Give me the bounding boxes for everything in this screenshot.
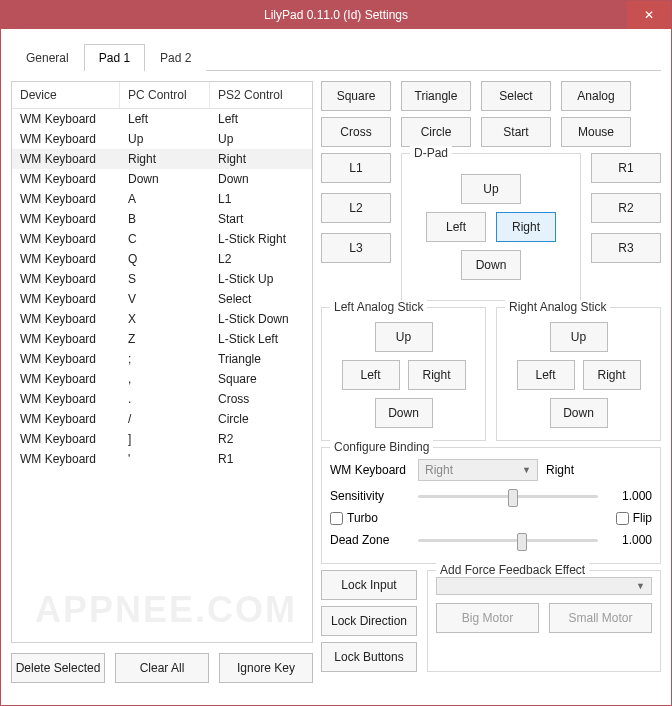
start-button[interactable]: Start: [481, 117, 551, 147]
table-row[interactable]: WM KeyboardAL1: [12, 189, 312, 209]
l1-button[interactable]: L1: [321, 153, 391, 183]
lstick-right-button[interactable]: Right: [408, 360, 466, 390]
table-cell: ]: [120, 432, 210, 446]
rstick-up-button[interactable]: Up: [550, 322, 608, 352]
rstick-left-button[interactable]: Left: [517, 360, 575, 390]
cfg-control-select[interactable]: Right ▼: [418, 459, 538, 481]
big-motor-button[interactable]: Big Motor: [436, 603, 539, 633]
configure-binding-legend: Configure Binding: [330, 440, 433, 454]
table-row[interactable]: WM KeyboardVSelect: [12, 289, 312, 309]
dpad-left-button[interactable]: Left: [426, 212, 486, 242]
lstick-up-button[interactable]: Up: [375, 322, 433, 352]
table-cell: Left: [120, 112, 210, 126]
mouse-button[interactable]: Mouse: [561, 117, 631, 147]
table-cell: WM Keyboard: [12, 152, 120, 166]
table-cell: WM Keyboard: [12, 232, 120, 246]
table-row[interactable]: WM KeyboardUpUp: [12, 129, 312, 149]
select-button[interactable]: Select: [481, 81, 551, 111]
rstick-down-button[interactable]: Down: [550, 398, 608, 428]
table-row[interactable]: WM KeyboardLeftLeft: [12, 109, 312, 129]
table-row[interactable]: WM KeyboardDownDown: [12, 169, 312, 189]
table-cell: Square: [210, 372, 312, 386]
delete-selected-button[interactable]: Delete Selected: [11, 653, 105, 683]
table-row[interactable]: WM Keyboard.Cross: [12, 389, 312, 409]
lock-input-button[interactable]: Lock Input: [321, 570, 417, 600]
rstick-right-button[interactable]: Right: [583, 360, 641, 390]
table-cell: WM Keyboard: [12, 412, 120, 426]
bindings-table[interactable]: Device PC Control PS2 Control WM Keyboar…: [11, 81, 313, 643]
triangle-button[interactable]: Triangle: [401, 81, 471, 111]
flip-checkbox[interactable]: Flip: [616, 511, 652, 525]
circle-button[interactable]: Circle: [401, 117, 471, 147]
table-cell: .: [120, 392, 210, 406]
table-row[interactable]: WM Keyboard/Circle: [12, 409, 312, 429]
ffb-group: Add Force Feedback Effect ▼ Big Motor Sm…: [427, 570, 661, 672]
table-row[interactable]: WM KeyboardXL-Stick Down: [12, 309, 312, 329]
lock-direction-button[interactable]: Lock Direction: [321, 606, 417, 636]
tab-pad1[interactable]: Pad 1: [84, 44, 145, 71]
window-title: LilyPad 0.11.0 (Id) Settings: [264, 8, 408, 22]
table-cell: Up: [120, 132, 210, 146]
table-cell: Down: [210, 172, 312, 186]
col-device[interactable]: Device: [12, 82, 120, 108]
r1-button[interactable]: R1: [591, 153, 661, 183]
clear-all-button[interactable]: Clear All: [115, 653, 209, 683]
col-pc-control[interactable]: PC Control: [120, 82, 210, 108]
table-cell: V: [120, 292, 210, 306]
lock-buttons-button[interactable]: Lock Buttons: [321, 642, 417, 672]
turbo-checkbox[interactable]: Turbo: [330, 511, 378, 525]
r2-button[interactable]: R2: [591, 193, 661, 223]
table-cell: WM Keyboard: [12, 372, 120, 386]
table-row[interactable]: WM KeyboardQL2: [12, 249, 312, 269]
deadzone-slider[interactable]: [418, 530, 598, 550]
l3-button[interactable]: L3: [321, 233, 391, 263]
lstick-left-button[interactable]: Left: [342, 360, 400, 390]
left-stick-group: Left Analog Stick Up Left Right Down: [321, 307, 486, 441]
table-cell: WM Keyboard: [12, 272, 120, 286]
table-cell: WM Keyboard: [12, 292, 120, 306]
table-row[interactable]: WM Keyboard'R1: [12, 449, 312, 469]
analog-button[interactable]: Analog: [561, 81, 631, 111]
table-row[interactable]: WM Keyboard,Square: [12, 369, 312, 389]
table-row[interactable]: WM KeyboardRightRight: [12, 149, 312, 169]
small-motor-button[interactable]: Small Motor: [549, 603, 652, 633]
dpad-right-button[interactable]: Right: [496, 212, 556, 242]
table-cell: S: [120, 272, 210, 286]
close-button[interactable]: ✕: [627, 1, 671, 29]
ffb-select[interactable]: ▼: [436, 577, 652, 595]
table-cell: R1: [210, 452, 312, 466]
table-row[interactable]: WM KeyboardCL-Stick Right: [12, 229, 312, 249]
table-row[interactable]: WM Keyboard;Triangle: [12, 349, 312, 369]
dpad-group: D-Pad Up Left Right Down: [401, 153, 581, 301]
table-row[interactable]: WM KeyboardZL-Stick Left: [12, 329, 312, 349]
cfg-control-value: Right: [425, 463, 453, 477]
ignore-key-button[interactable]: Ignore Key: [219, 653, 313, 683]
table-row[interactable]: WM KeyboardSL-Stick Up: [12, 269, 312, 289]
turbo-input[interactable]: [330, 512, 343, 525]
cfg-device-label: WM Keyboard: [330, 463, 410, 477]
cross-button[interactable]: Cross: [321, 117, 391, 147]
tab-general[interactable]: General: [11, 44, 84, 71]
table-cell: Right: [210, 152, 312, 166]
dpad-up-button[interactable]: Up: [461, 174, 521, 204]
table-row[interactable]: WM KeyboardBStart: [12, 209, 312, 229]
right-stick-group: Right Analog Stick Up Left Right Down: [496, 307, 661, 441]
table-cell: WM Keyboard: [12, 452, 120, 466]
table-cell: ,: [120, 372, 210, 386]
sensitivity-slider[interactable]: [418, 486, 598, 506]
flip-input[interactable]: [616, 512, 629, 525]
sensitivity-value: 1.000: [606, 489, 652, 503]
lstick-down-button[interactable]: Down: [375, 398, 433, 428]
table-cell: Start: [210, 212, 312, 226]
dpad-down-button[interactable]: Down: [461, 250, 521, 280]
table-row[interactable]: WM Keyboard]R2: [12, 429, 312, 449]
left-stick-legend: Left Analog Stick: [330, 300, 427, 314]
col-ps2-control[interactable]: PS2 Control: [210, 82, 312, 108]
table-cell: WM Keyboard: [12, 332, 120, 346]
chevron-down-icon: ▼: [522, 465, 531, 475]
chevron-down-icon: ▼: [636, 581, 645, 591]
l2-button[interactable]: L2: [321, 193, 391, 223]
square-button[interactable]: Square: [321, 81, 391, 111]
r3-button[interactable]: R3: [591, 233, 661, 263]
tab-pad2[interactable]: Pad 2: [145, 44, 206, 71]
